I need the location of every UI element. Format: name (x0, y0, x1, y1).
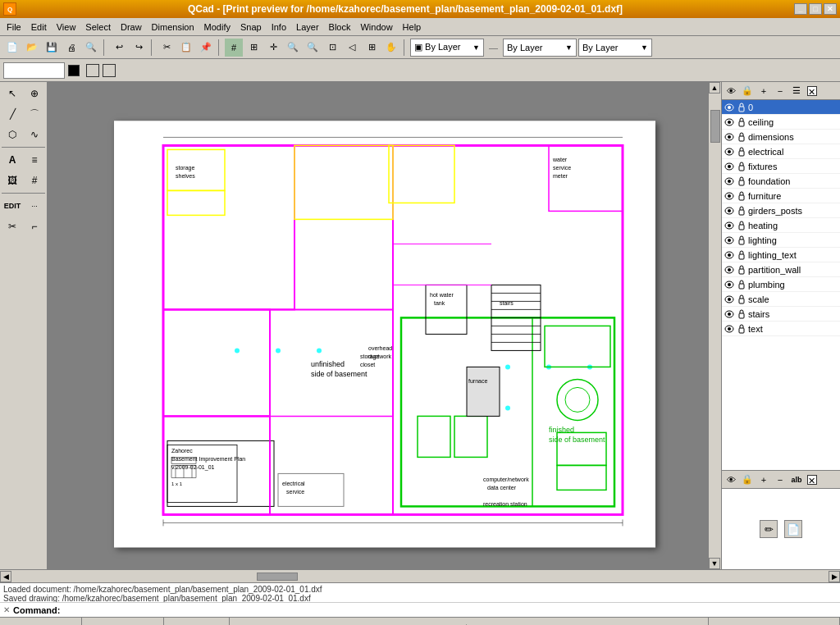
cut-button[interactable]: ✂ (158, 39, 176, 57)
layer-item-text[interactable]: text (722, 322, 840, 336)
vscroll-thumb[interactable] (710, 110, 720, 143)
undo-button[interactable]: ↩ (110, 39, 128, 57)
zoom-fit-btn[interactable]: ⊡ (323, 39, 341, 57)
layer-lock-heating[interactable] (737, 221, 746, 230)
layer-lock-dimensions[interactable] (737, 132, 746, 142)
layer-item-plumbing[interactable]: plumbing (722, 277, 840, 292)
layer-item-stairs[interactable]: stairs (722, 307, 840, 322)
layer-eye-0[interactable] (724, 102, 735, 113)
layer-item-fixtures[interactable]: fixtures (722, 159, 840, 174)
edit-tool[interactable]: EDIT (2, 196, 23, 216)
layer-eye-partition_wall[interactable] (724, 264, 735, 276)
trim-tool[interactable]: ✂ (2, 217, 23, 236)
layer-item-heating[interactable]: heating (722, 218, 840, 233)
layer-del-btn[interactable]: − (773, 84, 788, 98)
zoom-out-btn[interactable]: 🔍 (304, 39, 322, 57)
text-tool[interactable]: A (2, 150, 23, 170)
canvas-area[interactable]: storage shelves (48, 82, 721, 569)
menu-item-block[interactable]: Block (324, 21, 356, 34)
menu-item-draw[interactable]: Draw (116, 21, 147, 34)
linewidth-box2[interactable] (103, 64, 116, 77)
titlebar-controls[interactable]: _ □ ✕ (794, 3, 840, 15)
layer-eye-foundation[interactable] (724, 176, 735, 187)
layer-lock-electrical[interactable] (737, 147, 746, 157)
print-preview-button[interactable]: 🔍 (82, 39, 100, 57)
block-add-btn[interactable]: + (756, 472, 771, 487)
linewidth-dropdown[interactable]: By Layer ▼ (578, 39, 652, 57)
layer-lock-scale[interactable] (737, 294, 746, 304)
layer-lock-stairs[interactable] (737, 309, 746, 319)
hscroll-left[interactable]: ◀ (0, 571, 11, 582)
block-del-btn[interactable]: − (773, 472, 788, 487)
layer-settings-btn[interactable]: ☰ (789, 84, 804, 98)
block-text-btn[interactable]: alb (789, 472, 804, 487)
layer-lock-ceiling[interactable] (737, 117, 746, 127)
layer-lock-btn[interactable]: 🔒 (740, 84, 755, 98)
layer-item-girders_posts[interactable]: girders_posts (722, 203, 840, 218)
zoom-prev-btn[interactable]: ◁ (343, 39, 361, 57)
coord-input[interactable]: 0.0127386 (3, 62, 65, 79)
grid-toggle[interactable]: # (225, 39, 243, 57)
layer-lock-lighting_text[interactable] (737, 250, 746, 260)
layer-item-foundation[interactable]: foundation (722, 174, 840, 189)
image-tool[interactable]: 🖼 (2, 171, 23, 190)
paste-button[interactable]: 📌 (197, 39, 215, 57)
layer-item-ceiling[interactable]: ceiling (722, 115, 840, 130)
layer-eye-heating[interactable] (724, 220, 735, 231)
block-x-btn[interactable]: ✕ (807, 475, 817, 485)
layer-eye-ceiling[interactable] (724, 116, 735, 128)
linewidth-box[interactable] (86, 64, 99, 77)
arc-tool[interactable]: ⌒ (24, 104, 45, 124)
layer-eye-stairs[interactable] (724, 308, 735, 320)
layer-item-lighting[interactable]: lighting (722, 233, 840, 248)
menu-item-file[interactable]: File (2, 21, 26, 34)
layer-item-0[interactable]: 0 (722, 100, 840, 115)
layer-eye-btn[interactable]: 👁 (724, 84, 738, 98)
layer-eye-girders_posts[interactable] (724, 205, 735, 217)
snap-toggle[interactable]: ⊞ (244, 39, 262, 57)
layer-lock-plumbing[interactable] (737, 280, 746, 290)
menu-item-modify[interactable]: Modify (199, 21, 235, 34)
vscroll-down[interactable]: ▼ (709, 558, 720, 569)
layer-lock-0[interactable] (737, 103, 746, 112)
save-button[interactable]: 💾 (43, 39, 61, 57)
command-input-field[interactable] (63, 605, 837, 615)
layer-lock-girders_posts[interactable] (737, 206, 746, 216)
hscroll-right[interactable]: ▶ (829, 571, 840, 582)
zoom-window-btn[interactable]: ⊞ (363, 39, 381, 57)
hscrollbar[interactable]: ◀ ▶ (0, 569, 840, 582)
menu-item-view[interactable]: View (52, 21, 81, 34)
block-tool[interactable]: # (24, 171, 45, 190)
layer-lock-fixtures[interactable] (737, 162, 746, 171)
layer-eye-text[interactable] (724, 323, 735, 335)
pan-btn[interactable]: ✋ (382, 39, 400, 57)
menu-item-info[interactable]: Info (267, 21, 291, 34)
layer-lock-text[interactable] (737, 324, 746, 334)
command-close-btn[interactable]: ✕ (3, 605, 10, 614)
spline-tool[interactable]: ∿ (24, 125, 45, 144)
fillet-tool[interactable]: ⌐ (24, 217, 45, 236)
print-button[interactable]: 🖨 (62, 39, 80, 57)
layer-eye-electrical[interactable] (724, 146, 735, 157)
menu-item-help[interactable]: Help (398, 21, 427, 34)
block-eye-btn[interactable]: 👁 (724, 472, 738, 487)
menu-item-layer[interactable]: Layer (291, 21, 324, 34)
polygon-tool[interactable]: ⬡ (2, 125, 23, 144)
zoom-tool[interactable]: ⊕ (24, 84, 45, 103)
block-lock-btn[interactable]: 🔒 (740, 472, 755, 487)
open-button[interactable]: 📂 (23, 39, 41, 57)
layer-eye-scale[interactable] (724, 294, 735, 305)
close-button[interactable]: ✕ (824, 3, 837, 15)
layer-eye-furniture[interactable] (724, 190, 735, 202)
layer-add-btn[interactable]: + (756, 84, 771, 98)
move-tool[interactable]: ↖ (2, 84, 23, 103)
menu-item-edit[interactable]: Edit (26, 21, 52, 34)
layer-lock-foundation[interactable] (737, 176, 746, 186)
menu-item-dimension[interactable]: Dimension (147, 21, 199, 34)
menu-item-snap[interactable]: Snap (235, 21, 267, 34)
layer-eye-fixtures[interactable] (724, 161, 735, 172)
minimize-button[interactable]: _ (794, 3, 807, 15)
zoom-in-btn[interactable]: 🔍 (284, 39, 302, 57)
layer-lock-lighting[interactable] (737, 235, 746, 245)
layer-item-lighting_text[interactable]: lighting_text (722, 248, 840, 262)
